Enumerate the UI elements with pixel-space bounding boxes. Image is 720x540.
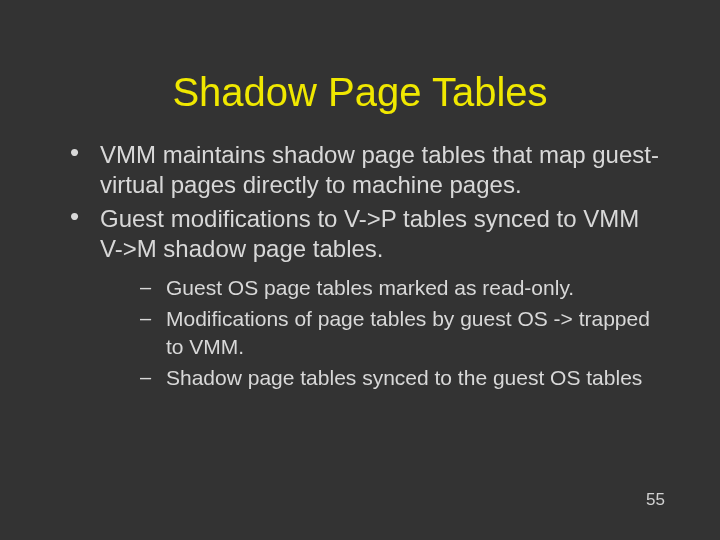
sub-bullet-text: Shadow page tables synced to the guest O… <box>166 366 642 389</box>
sub-bullet-item: Shadow page tables synced to the guest O… <box>140 364 660 391</box>
bullet-text: VMM maintains shadow page tables that ma… <box>100 141 659 198</box>
bullet-text: Guest modifications to V->P tables synce… <box>100 205 639 262</box>
sub-bullet-text: Guest OS page tables marked as read-only… <box>166 276 574 299</box>
sub-bullet-list: Guest OS page tables marked as read-only… <box>100 274 660 391</box>
bullet-item: VMM maintains shadow page tables that ma… <box>70 140 660 200</box>
bullet-list: VMM maintains shadow page tables that ma… <box>0 140 720 391</box>
slide-title: Shadow Page Tables <box>0 0 720 140</box>
sub-bullet-text: Modifications of page tables by guest OS… <box>166 307 650 357</box>
bullet-item: Guest modifications to V->P tables synce… <box>70 204 660 391</box>
sub-bullet-item: Guest OS page tables marked as read-only… <box>140 274 660 301</box>
page-number: 55 <box>646 490 665 510</box>
slide: Shadow Page Tables VMM maintains shadow … <box>0 0 720 540</box>
sub-bullet-item: Modifications of page tables by guest OS… <box>140 305 660 360</box>
